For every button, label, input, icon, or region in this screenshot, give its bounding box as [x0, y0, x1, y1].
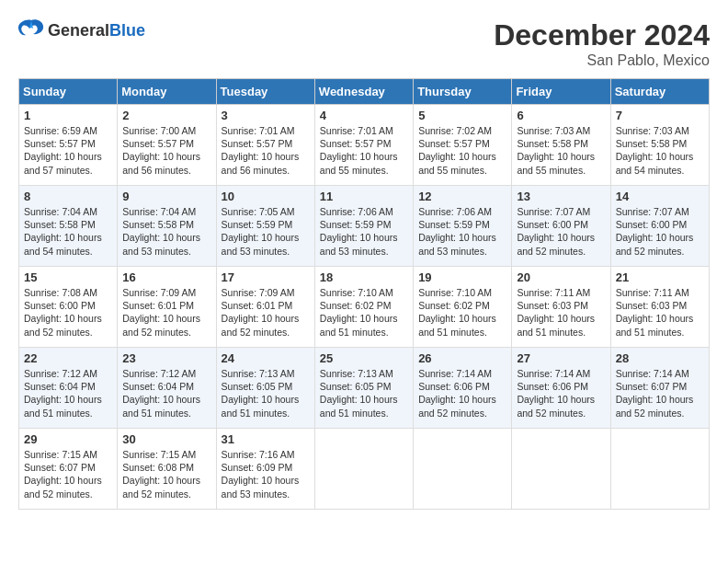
- day-number: 22: [24, 351, 112, 365]
- sunset-label: Sunset: 6:06 PM: [517, 381, 588, 392]
- sunrise-label: Sunrise: 7:08 AM: [24, 287, 97, 298]
- sunset-label: Sunset: 6:01 PM: [122, 300, 194, 311]
- day-info: Sunrise: 7:16 AM Sunset: 6:09 PM Dayligh…: [222, 448, 310, 500]
- calendar-row-3: 22 Sunrise: 7:12 AM Sunset: 6:04 PM Dayl…: [19, 348, 710, 429]
- day-number: 5: [418, 109, 506, 122]
- calendar-cell: 9 Sunrise: 7:04 AM Sunset: 5:58 PM Dayli…: [118, 186, 216, 267]
- logo: GeneralBlue: [18, 18, 145, 42]
- sunset-label: Sunset: 6:06 PM: [418, 381, 490, 392]
- header-row: SundayMondayTuesdayWednesdayThursdayFrid…: [19, 79, 710, 105]
- daylight-label: Daylight: 10 hours and 52 minutes.: [222, 313, 300, 337]
- sunrise-label: Sunrise: 7:01 AM: [320, 125, 393, 136]
- day-number: 26: [418, 351, 506, 365]
- day-number: 9: [122, 190, 210, 203]
- day-info: Sunrise: 7:15 AM Sunset: 6:07 PM Dayligh…: [24, 448, 112, 500]
- calendar-cell: 1 Sunrise: 6:59 AM Sunset: 5:57 PM Dayli…: [19, 105, 118, 186]
- calendar-cell: 29 Sunrise: 7:15 AM Sunset: 6:07 PM Dayl…: [19, 429, 118, 510]
- daylight-label: Daylight: 10 hours and 53 minutes.: [122, 232, 200, 256]
- day-number: 23: [122, 351, 210, 365]
- calendar-cell: 28 Sunrise: 7:14 AM Sunset: 6:07 PM Dayl…: [610, 348, 709, 429]
- day-info: Sunrise: 7:01 AM Sunset: 5:57 PM Dayligh…: [320, 124, 408, 177]
- sunrise-label: Sunrise: 7:06 AM: [320, 206, 393, 217]
- daylight-label: Daylight: 10 hours and 52 minutes.: [517, 394, 595, 418]
- sunrise-label: Sunrise: 6:59 AM: [24, 125, 97, 136]
- sunrise-label: Sunrise: 7:01 AM: [222, 125, 295, 136]
- calendar-cell: 14 Sunrise: 7:07 AM Sunset: 6:00 PM Dayl…: [610, 186, 709, 267]
- sunrise-label: Sunrise: 7:14 AM: [517, 368, 590, 379]
- sunset-label: Sunset: 5:59 PM: [418, 219, 490, 230]
- day-number: 7: [616, 109, 704, 122]
- day-info: Sunrise: 7:10 AM Sunset: 6:02 PM Dayligh…: [418, 286, 506, 339]
- sunset-label: Sunset: 6:07 PM: [24, 462, 96, 473]
- day-info: Sunrise: 7:06 AM Sunset: 5:59 PM Dayligh…: [320, 205, 408, 258]
- day-number: 13: [517, 190, 605, 203]
- calendar-cell: 3 Sunrise: 7:01 AM Sunset: 5:57 PM Dayli…: [216, 105, 314, 186]
- calendar-cell: [314, 429, 413, 510]
- sunrise-label: Sunrise: 7:04 AM: [122, 206, 196, 217]
- calendar-cell: 18 Sunrise: 7:10 AM Sunset: 6:02 PM Dayl…: [314, 267, 413, 348]
- sunrise-label: Sunrise: 7:10 AM: [320, 287, 393, 298]
- calendar-cell: 24 Sunrise: 7:13 AM Sunset: 6:05 PM Dayl…: [216, 348, 314, 429]
- day-number: 4: [320, 109, 408, 122]
- sunset-label: Sunset: 6:02 PM: [320, 300, 392, 311]
- sunset-label: Sunset: 6:09 PM: [222, 462, 293, 473]
- daylight-label: Daylight: 10 hours and 51 minutes.: [320, 394, 398, 418]
- calendar-row-2: 15 Sunrise: 7:08 AM Sunset: 6:00 PM Dayl…: [19, 267, 710, 348]
- daylight-label: Daylight: 10 hours and 52 minutes.: [122, 475, 200, 499]
- sunrise-label: Sunrise: 7:10 AM: [418, 287, 492, 298]
- day-info: Sunrise: 7:13 AM Sunset: 6:05 PM Dayligh…: [320, 367, 408, 419]
- day-info: Sunrise: 7:13 AM Sunset: 6:05 PM Dayligh…: [222, 367, 310, 419]
- sunrise-label: Sunrise: 7:13 AM: [222, 368, 295, 379]
- calendar-cell: 12 Sunrise: 7:06 AM Sunset: 5:59 PM Dayl…: [414, 186, 512, 267]
- sunset-label: Sunset: 5:58 PM: [24, 219, 96, 230]
- sunset-label: Sunset: 6:05 PM: [222, 381, 293, 392]
- sunset-label: Sunset: 5:58 PM: [517, 138, 588, 149]
- sunset-label: Sunset: 6:02 PM: [418, 300, 490, 311]
- day-info: Sunrise: 7:14 AM Sunset: 6:06 PM Dayligh…: [418, 367, 506, 419]
- col-header-wednesday: Wednesday: [314, 79, 413, 105]
- day-number: 29: [24, 432, 112, 446]
- day-number: 25: [320, 351, 408, 365]
- sunrise-label: Sunrise: 7:02 AM: [418, 125, 492, 136]
- logo-icon: [18, 18, 44, 42]
- col-header-friday: Friday: [512, 79, 610, 105]
- day-number: 17: [222, 270, 310, 284]
- day-number: 19: [418, 270, 506, 284]
- calendar-cell: 23 Sunrise: 7:12 AM Sunset: 6:04 PM Dayl…: [118, 348, 216, 429]
- calendar-cell: [414, 429, 512, 510]
- sunset-label: Sunset: 5:57 PM: [320, 138, 392, 149]
- day-info: Sunrise: 7:10 AM Sunset: 6:02 PM Dayligh…: [320, 286, 408, 339]
- sunrise-label: Sunrise: 7:03 AM: [517, 125, 590, 136]
- daylight-label: Daylight: 10 hours and 55 minutes.: [320, 151, 398, 175]
- sunrise-label: Sunrise: 7:09 AM: [222, 287, 295, 298]
- daylight-label: Daylight: 10 hours and 52 minutes.: [24, 475, 102, 499]
- sunrise-label: Sunrise: 7:09 AM: [122, 287, 196, 298]
- sunset-label: Sunset: 5:59 PM: [320, 219, 392, 230]
- sunrise-label: Sunrise: 7:00 AM: [122, 125, 196, 136]
- day-number: 18: [320, 270, 408, 284]
- day-number: 30: [122, 432, 210, 446]
- daylight-label: Daylight: 10 hours and 53 minutes.: [222, 475, 300, 499]
- sunrise-label: Sunrise: 7:07 AM: [517, 206, 590, 217]
- daylight-label: Daylight: 10 hours and 55 minutes.: [517, 151, 595, 175]
- sunset-label: Sunset: 6:05 PM: [320, 381, 392, 392]
- calendar-cell: 20 Sunrise: 7:11 AM Sunset: 6:03 PM Dayl…: [512, 267, 610, 348]
- daylight-label: Daylight: 10 hours and 51 minutes.: [320, 313, 398, 337]
- day-info: Sunrise: 7:07 AM Sunset: 6:00 PM Dayligh…: [616, 205, 704, 258]
- day-number: 14: [616, 190, 704, 203]
- col-header-sunday: Sunday: [19, 79, 118, 105]
- day-info: Sunrise: 7:02 AM Sunset: 5:57 PM Dayligh…: [418, 124, 506, 177]
- day-info: Sunrise: 7:09 AM Sunset: 6:01 PM Dayligh…: [122, 286, 210, 339]
- day-number: 21: [616, 270, 704, 284]
- sunset-label: Sunset: 5:57 PM: [24, 138, 96, 149]
- daylight-label: Daylight: 10 hours and 52 minutes.: [122, 313, 200, 337]
- sunset-label: Sunset: 5:58 PM: [122, 219, 194, 230]
- page-header: GeneralBlue December 2024 San Pablo, Mex…: [18, 18, 710, 69]
- day-number: 8: [24, 190, 112, 203]
- day-info: Sunrise: 7:12 AM Sunset: 6:04 PM Dayligh…: [122, 367, 210, 419]
- sunset-label: Sunset: 5:57 PM: [222, 138, 293, 149]
- calendar-cell: 13 Sunrise: 7:07 AM Sunset: 6:00 PM Dayl…: [512, 186, 610, 267]
- calendar-cell: 10 Sunrise: 7:05 AM Sunset: 5:59 PM Dayl…: [216, 186, 314, 267]
- day-info: Sunrise: 7:11 AM Sunset: 6:03 PM Dayligh…: [616, 286, 704, 339]
- daylight-label: Daylight: 10 hours and 54 minutes.: [24, 232, 102, 256]
